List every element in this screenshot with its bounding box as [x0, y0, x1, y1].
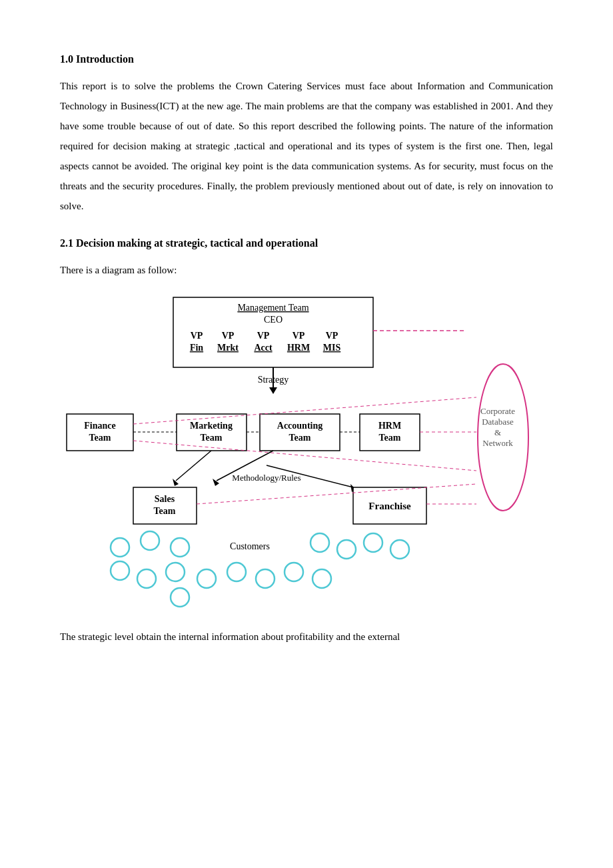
svg-point-64	[166, 563, 185, 581]
svg-point-63	[137, 569, 156, 588]
svg-text:Finance: Finance	[84, 421, 115, 431]
section-2-title: 2.1 Decision making at strategic, tactic…	[60, 237, 553, 249]
svg-point-61	[390, 540, 409, 559]
svg-text:Team: Team	[89, 433, 111, 443]
svg-line-40	[176, 451, 211, 481]
svg-text:Team: Team	[201, 433, 223, 443]
svg-text:Franchise: Franchise	[368, 501, 411, 511]
svg-point-62	[111, 561, 129, 580]
section-1-title: 1.0 Introduction	[60, 53, 553, 65]
svg-text:VP: VP	[191, 331, 203, 341]
svg-text:VP: VP	[257, 331, 270, 341]
svg-point-66	[227, 563, 246, 581]
svg-text:Accounting: Accounting	[277, 421, 322, 431]
org-chart-container: Management Team CEO VP Fin VP Mrkt VP Ac…	[60, 291, 553, 611]
svg-text:Database: Database	[482, 417, 514, 427]
svg-point-58	[310, 533, 329, 552]
svg-text:Methodology/Rules: Methodology/Rules	[232, 473, 301, 483]
svg-text:Team: Team	[154, 506, 176, 516]
svg-text:Acct: Acct	[254, 343, 273, 353]
svg-point-70	[171, 588, 189, 607]
svg-text:Marketing: Marketing	[190, 421, 233, 431]
section-2: 2.1 Decision making at strategic, tactic…	[60, 237, 553, 647]
svg-point-65	[197, 569, 216, 588]
svg-text:VP: VP	[293, 331, 305, 341]
section-1-body: This report is to solve the problems the…	[60, 76, 553, 216]
svg-text:Team: Team	[379, 433, 401, 443]
svg-point-56	[171, 538, 189, 557]
section-1: 1.0 Introduction This report is to solve…	[60, 53, 553, 216]
svg-point-67	[256, 569, 275, 588]
svg-text:&: &	[494, 427, 501, 437]
svg-point-54	[111, 538, 129, 557]
svg-text:MIS: MIS	[323, 343, 341, 353]
svg-line-52	[197, 484, 476, 504]
diagram-caption: There is a diagram as follow:	[60, 260, 553, 280]
svg-point-68	[285, 563, 303, 581]
svg-text:HRM: HRM	[287, 343, 310, 353]
svg-text:Customers: Customers	[230, 541, 270, 551]
svg-point-17	[478, 364, 528, 511]
svg-text:Sales: Sales	[155, 494, 175, 504]
svg-text:Mrkt: Mrkt	[217, 343, 239, 353]
org-chart-svg: Management Team CEO VP Fin VP Mrkt VP Ac…	[60, 291, 553, 611]
svg-marker-15	[269, 387, 277, 394]
svg-point-55	[141, 531, 159, 550]
svg-point-69	[312, 569, 331, 588]
section-2-last-line: The strategic level obtain the internal …	[60, 627, 553, 647]
svg-text:HRM: HRM	[378, 421, 401, 431]
svg-text:Network: Network	[482, 438, 513, 448]
svg-point-59	[337, 540, 356, 559]
svg-text:Team: Team	[289, 433, 311, 443]
svg-text:Fin: Fin	[190, 343, 203, 353]
svg-text:Management Team: Management Team	[237, 303, 308, 313]
svg-text:Corporate: Corporate	[480, 406, 515, 416]
svg-point-60	[364, 533, 382, 552]
svg-text:CEO: CEO	[264, 315, 283, 325]
svg-text:VP: VP	[326, 331, 338, 341]
svg-text:VP: VP	[222, 331, 235, 341]
